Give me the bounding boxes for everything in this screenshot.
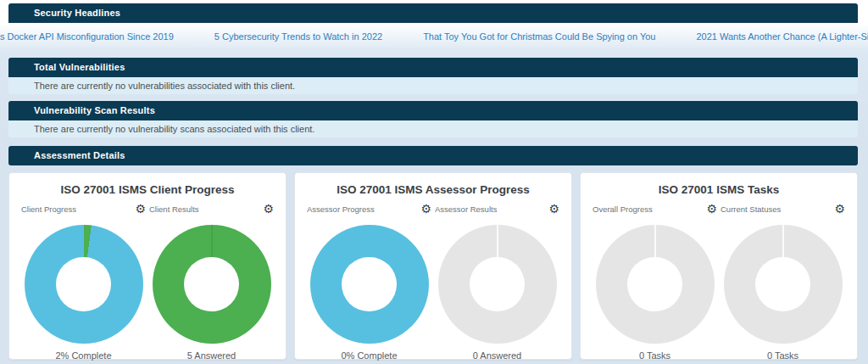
card-title: ISO 27001 ISMS Assessor Progress [305,180,561,201]
gear-icon[interactable]: ⚙ [135,203,146,215]
chart-caption: 0% Complete [341,350,397,361]
chart-caption: 5 Answered [187,350,236,361]
card-title: ISO 27001 ISMS Tasks [591,180,847,201]
gear-icon[interactable]: ⚙ [834,203,845,215]
donut-chart [438,225,557,344]
chart-caption: 0 Tasks [639,350,670,361]
donut-hole [342,257,396,311]
donut-hole [184,257,238,311]
chart-label: Client Progress [21,204,76,214]
vulnerability-scan-results-header: Vulnerability Scan Results [8,101,858,120]
headline-ticker: s Docker API Misconfiguration Since 2019… [0,23,868,48]
gear-icon[interactable]: ⚙ [263,203,274,215]
chart-caption: 0 Tasks [767,350,798,361]
vulnerability-scan-results-message: There are currently no vulnerability sca… [8,120,858,137]
card-title: ISO 27001 ISMS Client Progress [19,180,275,201]
chart-panel-header: Overall Progress⚙ [591,201,719,216]
assessment-card: ISO 27001 ISMS Client ProgressClient Pro… [8,172,287,360]
total-vulnerabilities-message: There are currently no vulnerabilities a… [8,77,858,94]
donut-chart [596,225,715,344]
gear-icon[interactable]: ⚙ [706,203,717,215]
chart-panel-header: Current Statuses⚙ [719,201,847,216]
chart-panels: Assessor Progress⚙0% CompleteAssessor Re… [305,201,561,361]
assessment-card: ISO 27001 ISMS Assessor ProgressAssessor… [294,172,572,360]
chart-panel-header: Assessor Results⚙ [433,201,561,216]
donut-hole [627,257,682,311]
donut-chart [310,225,429,344]
chart-panels: Client Progress⚙2% CompleteClient Result… [19,201,275,361]
assessment-cards-row: ISO 27001 ISMS Client ProgressClient Pro… [8,172,858,360]
chart-label: Client Results [149,204,199,214]
chart-label: Current Statuses [721,204,781,214]
donut-chart [25,225,143,344]
headline-link[interactable]: That Toy You Got for Christmas Could Be … [423,31,655,42]
gear-icon[interactable]: ⚙ [548,203,559,215]
assessment-details-header: Assessment Details [8,146,858,165]
chart-panel-header: Assessor Progress⚙ [305,201,433,216]
assessment-card: ISO 27001 ISMS TasksOverall Progress⚙0 T… [580,172,858,360]
chart-label: Assessor Results [435,204,497,214]
donut-chart [153,225,271,344]
chart-panel: Overall Progress⚙0 Tasks [591,201,719,361]
chart-panel: Client Progress⚙2% Complete [19,201,147,361]
donut-chart [724,225,843,344]
total-vulnerabilities-header: Total Vulnerabilities [8,58,858,77]
chart-panel-header: Client Results⚙ [147,201,275,216]
chart-panel: Assessor Progress⚙0% Complete [305,201,433,361]
chart-panel: Assessor Results⚙0 Answered [433,201,561,361]
chart-caption: 0 Answered [473,350,521,361]
security-headlines-header: Security Headlines [8,3,858,23]
chart-panel: Client Results⚙5 Answered [147,201,275,361]
chart-panel-header: Client Progress⚙ [19,201,147,216]
headline-link[interactable]: s Docker API Misconfiguration Since 2019 [0,31,174,42]
chart-label: Overall Progress [593,204,653,214]
chart-caption: 2% Complete [55,350,111,361]
chart-panels: Overall Progress⚙0 TasksCurrent Statuses… [591,201,847,361]
chart-panel: Current Statuses⚙0 Tasks [719,201,847,361]
donut-hole [470,257,524,311]
headline-link[interactable]: 5 Cybersecurity Trends to Watch in 2022 [214,31,382,42]
donut-hole [755,257,810,311]
headline-link[interactable]: 2021 Wants Another Chance (A Lighter-Sid… [696,31,868,42]
donut-hole [56,257,110,311]
gear-icon[interactable]: ⚙ [420,203,431,215]
chart-label: Assessor Progress [307,204,375,214]
